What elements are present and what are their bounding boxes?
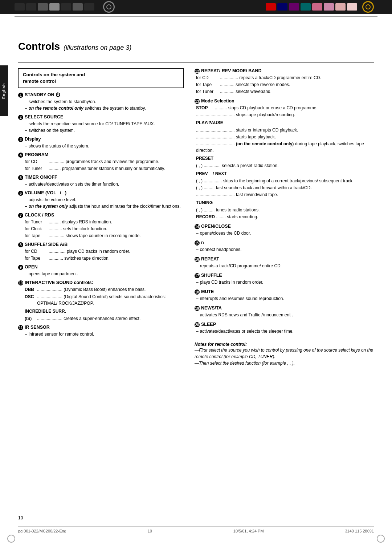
item-desc-line: selects the respective sound source for … — [25, 121, 184, 127]
item-title-1: STANDBY ON ⏻ — [25, 92, 60, 97]
top-bar-block — [312, 3, 322, 11]
item-title-9: OPEN — [25, 264, 37, 270]
top-bar-block — [15, 3, 25, 11]
notes-line2: —Then select the desired function (for e… — [195, 361, 295, 366]
item-title-8: SHUFFLE/ SIDE A/B — [25, 242, 68, 247]
item-desc-19: activates RDS news and Traffic Announcem… — [195, 312, 374, 318]
item-18: 18 MUTE interrupts and resumes sound rep… — [195, 289, 374, 302]
item-desc-line: repeats a track/CD programme/ entire CD. — [196, 263, 374, 269]
item-desc-line: switches the system to standby/on. — [25, 98, 184, 105]
item-4: 4 PROGRAM for CD ............. programme… — [18, 152, 184, 172]
item-number-20: 20 — [195, 322, 200, 327]
top-bar-block — [49, 3, 60, 11]
item-13: 13 Mode Selection STOP .......... stops … — [195, 98, 374, 220]
item-desc-line: activates RDS news and Traffic Announcem… — [196, 312, 374, 318]
left-column: Controls on the system and remote contro… — [18, 68, 184, 366]
item-desc-9: opens tape compartment. — [18, 271, 184, 277]
item-number-3: 3 — [18, 137, 23, 142]
section-header-box: Controls on the system and remote contro… — [18, 68, 184, 88]
bottom-circle-left — [7, 535, 15, 543]
page-number: 10 — [18, 515, 23, 520]
item-title-20: SLEEP — [201, 322, 216, 327]
header-divider — [0, 14, 392, 14]
top-bar-block — [84, 3, 94, 11]
page-title: Controls — [18, 41, 60, 52]
item-number-9: 9 — [18, 265, 23, 270]
item-desc-8: for CD .............. plays CD tracks in… — [18, 248, 184, 262]
item-5: 5 TIMER ON/OFF activates/deactivates or … — [18, 175, 184, 187]
item-title-5: TIMER ON/OFF — [25, 175, 57, 180]
item-title-2: SELECT SOURCE — [25, 114, 63, 119]
item-desc-line: interrupts and resumes sound reproductio… — [196, 295, 374, 302]
item-number-19: 19 — [195, 306, 200, 311]
footer-bar: pg 001-022/MC200/22-Eng 10 10/5/01, 4:24… — [18, 526, 374, 533]
item-desc-line: activates/deactivates or selects the sle… — [196, 328, 374, 335]
item-desc-line: on the system only adjusts the hour and … — [25, 203, 184, 210]
footer-right: 3140 115 28691 — [345, 529, 374, 533]
item-number-6: 6 — [18, 191, 23, 196]
item-17: 17 SHUFFLE plays CD tracks in random ord… — [195, 273, 374, 285]
item-title-10: INTERACTIVE SOUND controls: — [25, 280, 93, 285]
item-10: 10 INTERACTIVE SOUND controls: DBB .....… — [18, 280, 184, 322]
top-bar-block — [38, 3, 48, 11]
item-number-5: 5 — [18, 175, 23, 180]
item-desc-4: for CD ............. programmes tracks a… — [18, 158, 184, 172]
item-number-8: 8 — [18, 242, 23, 247]
item-desc-12: for CD ............... repeats a track/C… — [195, 74, 374, 95]
item-title-15: n — [201, 240, 204, 245]
target-circle-left — [103, 1, 115, 13]
item-number-12: 12 — [195, 69, 200, 74]
footer-left: pg 001-022/MC200/22-Eng — [18, 529, 66, 533]
notes-line1: —First select the source you wish to con… — [195, 348, 373, 359]
section-header-line1: Controls on the system and — [23, 72, 85, 77]
item-title-13: Mode Selection — [201, 98, 234, 104]
item-number-11: 11 — [18, 325, 23, 330]
item-desc-3: shows the status of the system. — [18, 143, 184, 149]
item-desc-16: repeats a track/CD programme/ entire CD. — [195, 263, 374, 269]
item-number-10: 10 — [18, 280, 23, 285]
item-desc-13: STOP .......... stops CD playback or era… — [195, 105, 374, 220]
top-bar-block-lm — [347, 3, 357, 11]
item-desc-line: plays CD tracks in random order. — [196, 279, 374, 285]
item-20: 20 SLEEP activates/deactivates or select… — [195, 322, 374, 335]
top-bar-block-pink — [324, 3, 334, 11]
bottom-circle-right — [377, 535, 385, 543]
top-bar-block — [26, 3, 36, 11]
main-content: Controls (illustrations on page 3) Contr… — [0, 19, 392, 381]
item-desc-20: activates/deactivates or selects the sle… — [195, 328, 374, 335]
item-number-15: 15 — [195, 240, 200, 246]
item-desc-10: DBB ..................... (Dynamic Bass … — [18, 286, 184, 322]
footer-center: 10 — [148, 529, 152, 533]
item-desc-15: connect headphones. — [195, 246, 374, 253]
item-3: 3 Display shows the status of the system… — [18, 137, 184, 149]
item-desc-line: opens tape compartment. — [25, 271, 184, 277]
item-7: 7 CLOCK / RDS for Tuner .......... displ… — [18, 212, 184, 239]
item-desc-7: for Tuner .......... displays RDS inform… — [18, 219, 184, 239]
item-number-13: 13 — [195, 99, 200, 104]
target-circle-right — [362, 1, 374, 13]
language-label: English — [2, 83, 6, 98]
item-desc-line: switches on the system. — [25, 127, 184, 134]
top-bar-block-blue — [277, 3, 287, 11]
item-8: 8 SHUFFLE/ SIDE A/B for CD .............… — [18, 242, 184, 262]
item-11: 11 iR SENSOR infrared sensor for remote … — [18, 325, 184, 337]
item-title-6: VOLUME (VOL / ) — [25, 190, 66, 195]
item-desc-11: infrared sensor for remote control. — [18, 331, 184, 337]
item-number-1: 1 — [18, 93, 23, 98]
top-bar-block-lp — [335, 3, 346, 11]
item-title-17: SHUFFLE — [201, 273, 222, 278]
item-desc-1: switches the system to standby/on. on th… — [18, 98, 184, 112]
item-desc-17: plays CD tracks in random order. — [195, 279, 374, 285]
item-desc-line: on the remote control only switches the … — [25, 105, 184, 112]
item-number-4: 4 — [18, 153, 23, 158]
item-title-11: iR SENSOR — [25, 325, 50, 330]
item-desc-line: opens/closes the CD door. — [196, 230, 374, 236]
item-title-12: REPEAT/ REV MODE/ BAND — [201, 68, 261, 73]
notes-section: Notes for remote control: —First select … — [195, 342, 374, 366]
item-6: 6 VOLUME (VOL / ) adjusts the volume lev… — [18, 190, 184, 210]
item-desc-5: activates/deactivates or sets the timer … — [18, 181, 184, 187]
item-title-7: CLOCK / RDS — [25, 212, 54, 218]
item-14: 14 OPEN/CLOSE opens/closes the CD door. — [195, 224, 374, 236]
item-12: 12 REPEAT/ REV MODE/ BAND for CD .......… — [195, 68, 374, 95]
item-number-17: 17 — [195, 273, 200, 278]
